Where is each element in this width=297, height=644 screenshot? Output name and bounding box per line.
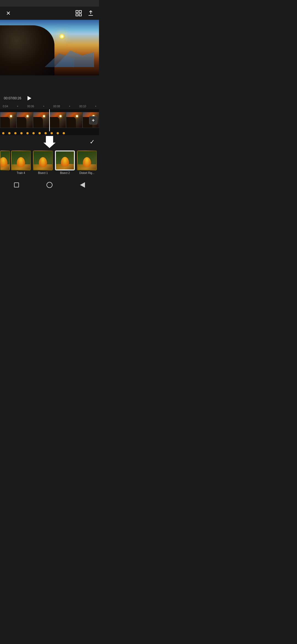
transition-item-distort-left[interactable]: Distort Left xyxy=(98,151,99,174)
transition-thumb-distort-right xyxy=(77,151,97,170)
stop-icon xyxy=(14,182,19,187)
strip-frame-2 xyxy=(16,112,33,128)
ruler-dot-2 xyxy=(69,106,70,107)
add-clip-button[interactable]: + xyxy=(89,116,97,124)
transition-label-train4: Train 4 xyxy=(17,171,25,174)
timeline-dots-row xyxy=(0,131,99,135)
svg-rect-0 xyxy=(76,10,78,13)
video-preview xyxy=(0,20,99,75)
svg-rect-2 xyxy=(76,14,78,16)
down-arrow-icon xyxy=(43,136,56,148)
ruler-mark-0: 0:04 xyxy=(3,105,8,108)
fullscreen-button[interactable] xyxy=(75,9,82,17)
timeline-strip-area: + xyxy=(0,109,99,131)
back-icon xyxy=(80,182,85,188)
transition-label-distort-right: Distort Rig... xyxy=(79,171,94,174)
nav-stop-button[interactable] xyxy=(13,181,20,189)
keyframe-dot-1 xyxy=(2,132,4,134)
nav-back-button[interactable] xyxy=(79,181,86,189)
keyframe-dot-6 xyxy=(32,132,35,134)
bottom-nav xyxy=(0,179,99,191)
strip-frame-1 xyxy=(0,112,16,128)
down-arrow-area: ✓ xyxy=(0,135,99,149)
svg-rect-3 xyxy=(79,14,81,16)
transition-thumb-train-partial xyxy=(0,151,10,170)
keyframe-dot-10 xyxy=(57,132,59,134)
transition-item-distort-right[interactable]: Distort Rig... xyxy=(76,151,98,174)
timeline-controls: 00:07/00:26 xyxy=(0,93,99,103)
keyframe-dot-5 xyxy=(26,132,29,134)
transition-item-bisect1[interactable]: Bisect 1 xyxy=(32,151,54,174)
ruler-mark-2: 00:08 xyxy=(53,105,60,108)
svg-rect-1 xyxy=(79,10,81,13)
video-bottom-space xyxy=(0,75,99,93)
home-icon xyxy=(46,182,53,188)
confirm-button[interactable]: ✓ xyxy=(90,138,95,146)
ruler-mark-3: 00:10 xyxy=(79,105,86,108)
keyframe-dot-7 xyxy=(38,132,41,134)
keyframe-dot-8 xyxy=(45,132,47,134)
transition-label-bisect2: Bisect 2 xyxy=(60,171,70,174)
keyframe-dot-9 xyxy=(51,132,53,134)
ruler-dot-1 xyxy=(43,106,44,107)
play-icon xyxy=(28,96,31,100)
play-button[interactable] xyxy=(26,95,32,102)
transitions-row: Train 4 Bisect 1 Bisect 2 Distort Rig...… xyxy=(0,149,99,179)
transition-thumb-bisect2 xyxy=(55,151,75,170)
video-sun xyxy=(59,34,64,39)
ruler-dot-3 xyxy=(95,106,96,107)
transition-item-bisect2[interactable]: Bisect 2 xyxy=(54,151,76,174)
transition-item-train4[interactable]: Train 4 xyxy=(10,151,32,174)
video-person xyxy=(0,25,54,75)
strip-frame-5 xyxy=(66,112,82,128)
keyframe-dot-2 xyxy=(8,132,10,134)
strip-frame-4 xyxy=(50,112,66,128)
playhead xyxy=(49,109,50,131)
keyframe-dot-4 xyxy=(20,132,23,134)
ruler-mark-1: 00:06 xyxy=(27,105,34,108)
time-display: 00:07/00:26 xyxy=(4,96,21,100)
ruler-dot-0 xyxy=(17,106,18,107)
timeline-ruler: 0:04 00:06 00:08 00:10 xyxy=(0,103,99,109)
close-button[interactable]: ✕ xyxy=(4,9,12,17)
status-bar xyxy=(0,0,99,7)
strip-frame-3 xyxy=(33,112,50,128)
transition-thumb-train4 xyxy=(11,151,31,170)
transition-item-train-partial[interactable] xyxy=(0,151,10,170)
transition-label-bisect1: Bisect 1 xyxy=(38,171,48,174)
apply-transition-arrow xyxy=(43,136,56,148)
transition-thumb-bisect1 xyxy=(33,151,53,170)
top-toolbar: ✕ xyxy=(0,7,99,20)
nav-home-button[interactable] xyxy=(46,181,53,189)
share-button[interactable] xyxy=(87,9,95,17)
keyframe-dot-3 xyxy=(14,132,16,134)
keyframe-dot-11 xyxy=(63,132,65,134)
